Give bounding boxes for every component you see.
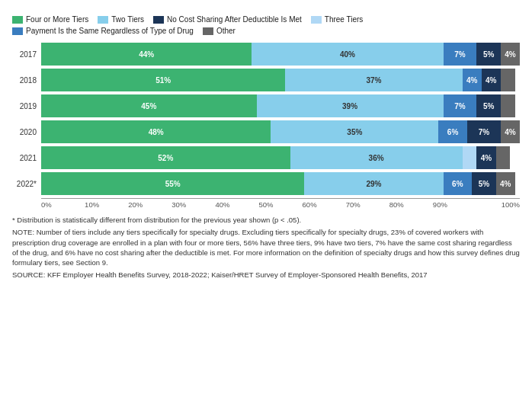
bar-segment [501,69,515,91]
bar-segment [501,94,515,117]
bar-segment: 52% [41,146,290,169]
x-tick: 0% [41,200,85,209]
footnote-asterisk: * Distribution is statistically differen… [12,215,520,225]
x-axis: 0%10%20%30%40%50%60%70%80%90%100% [41,200,520,209]
x-tick: 80% [389,200,433,209]
x-tick: 90% [433,200,476,209]
legend-item: Payment Is the Same Regardless of Type o… [12,27,194,35]
bar-segment: 36% [290,146,463,169]
bar-segment: 4% [463,69,482,91]
bar-segment: 39% [257,94,444,117]
chart-area: 201744%40%7%5%4%201851%37%4%4%201945%39%… [12,43,520,198]
bar-segment: 45% [41,94,257,117]
legend-item: Other [203,27,236,35]
bar-segment: 6% [438,120,467,143]
bar-segment: 5% [476,94,500,117]
bar-segment: 5% [476,43,500,66]
legend-item: Three Tiers [311,15,364,24]
footnote-source: SOURCE: KFF Employer Health Benefits Sur… [12,270,520,280]
year-label: 2019 [12,102,41,110]
x-tick: 20% [128,200,171,209]
x-tick: 70% [346,200,389,209]
bar-container: 52%36%4% [41,146,520,169]
bar-segment: 55% [41,172,304,195]
footnote-note: NOTE: Number of tiers include any tiers … [12,227,520,267]
bar-segment: 35% [271,120,438,143]
bar-segment [463,146,477,169]
bar-container: 44%40%7%5%4% [41,43,520,66]
year-label: 2017 [12,50,41,59]
bar-segment: 40% [252,43,443,66]
year-label: 2018 [12,76,41,85]
bar-segment: 29% [304,172,443,195]
x-axis-line [41,198,520,199]
x-tick: 30% [171,200,215,209]
bar-segment: 44% [41,43,252,66]
bar-segment: 4% [496,172,515,195]
year-label: 2020 [12,128,41,136]
x-tick: 10% [85,200,128,209]
bar-container: 48%35%6%7%4% [41,120,520,143]
footnotes: * Distribution is statistically differen… [12,215,520,280]
chart-row: 201945%39%7%5% [12,94,520,117]
bar-segment: 48% [41,120,271,143]
bar-segment: 4% [501,120,520,143]
bar-segment [496,146,511,169]
bar-segment: 4% [476,146,495,169]
bar-segment: 37% [285,69,462,91]
year-label: 2022* [12,180,41,188]
bar-segment: 7% [444,94,477,117]
legend-item: Two Tiers [98,15,144,24]
year-label: 2021 [12,154,41,162]
chart-row: 202048%35%6%7%4% [12,120,520,143]
bar-segment: 51% [41,69,285,91]
chart-row: 2022*55%29%6%5%4% [12,172,520,195]
x-tick: 100% [476,200,520,209]
bar-container: 51%37%4%4% [41,69,520,91]
bar-segment: 4% [501,43,520,66]
legend: Four or More TiersTwo TiersNo Cost Shari… [12,15,520,35]
legend-item: No Cost Sharing After Deductible Is Met [153,15,302,24]
x-tick: 40% [215,200,258,209]
bar-segment: 7% [467,120,501,143]
chart-row: 201744%40%7%5%4% [12,43,520,66]
bar-segment: 4% [482,69,501,91]
chart-row: 201851%37%4%4% [12,69,520,91]
bar-container: 45%39%7%5% [41,94,520,117]
chart-row: 202152%36%4% [12,146,520,169]
bar-segment: 6% [444,172,473,195]
bar-container: 55%29%6%5%4% [41,172,520,195]
x-tick: 60% [303,200,346,209]
bar-segment: 5% [472,172,495,195]
x-tick: 50% [258,200,302,209]
legend-item: Four or More Tiers [12,15,88,24]
bar-segment: 7% [444,43,477,66]
